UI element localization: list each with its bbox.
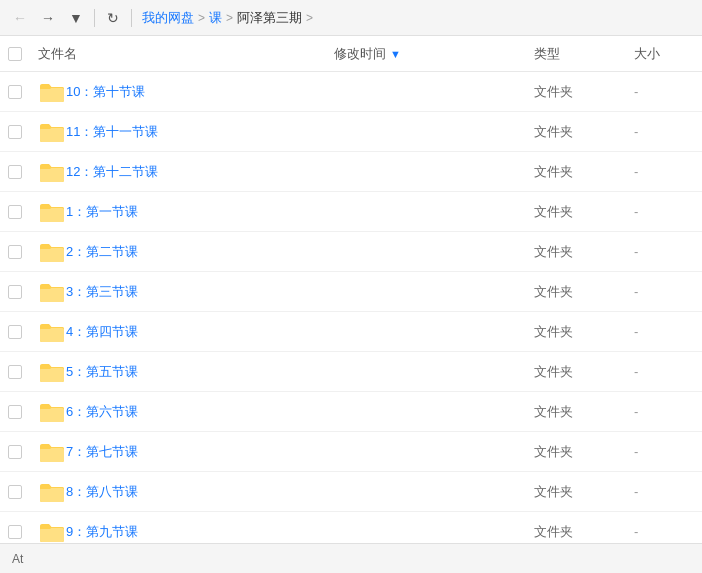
folder-icon xyxy=(38,161,66,183)
row-filename-link[interactable]: 6：第六节课 xyxy=(66,404,138,419)
row-checkbox[interactable] xyxy=(8,285,22,299)
table-header: 文件名 修改时间 ▼ 类型 大小 xyxy=(0,36,702,72)
folder-icon xyxy=(38,441,66,463)
row-filename-link[interactable]: 11：第十一节课 xyxy=(66,124,158,139)
row-type: 文件夹 xyxy=(534,203,634,221)
row-type: 文件夹 xyxy=(534,443,634,461)
row-filename-link[interactable]: 4：第四节课 xyxy=(66,324,138,339)
row-checkbox-col xyxy=(8,445,38,459)
header-modified[interactable]: 修改时间 ▼ xyxy=(334,45,534,63)
row-checkbox-col xyxy=(8,245,38,259)
row-type: 文件夹 xyxy=(534,123,634,141)
row-checkbox[interactable] xyxy=(8,485,22,499)
folder-icon xyxy=(38,81,66,103)
table-row[interactable]: 7：第七节课 文件夹 - xyxy=(0,432,702,472)
table-row[interactable]: 10：第十节课 文件夹 - xyxy=(0,72,702,112)
row-size: - xyxy=(634,324,694,339)
folder-icon xyxy=(38,481,66,503)
row-filename-link[interactable]: 2：第二节课 xyxy=(66,244,138,259)
row-checkbox-col xyxy=(8,205,38,219)
refresh-button[interactable]: ↻ xyxy=(101,6,125,30)
row-checkbox[interactable] xyxy=(8,165,22,179)
row-type: 文件夹 xyxy=(534,483,634,501)
table-row[interactable]: 1：第一节课 文件夹 - xyxy=(0,192,702,232)
table-row[interactable]: 12：第十二节课 文件夹 - xyxy=(0,152,702,192)
row-filename: 11：第十一节课 xyxy=(66,123,334,141)
row-name-cell: 2：第二节课 xyxy=(38,241,334,263)
row-checkbox[interactable] xyxy=(8,325,22,339)
row-filename-link[interactable]: 7：第七节课 xyxy=(66,444,138,459)
toolbar-separator2 xyxy=(131,9,132,27)
header-modified-label: 修改时间 xyxy=(334,45,386,63)
row-filename: 1：第一节课 xyxy=(66,203,334,221)
row-size: - xyxy=(634,84,694,99)
folder-icon xyxy=(38,121,66,143)
back-button[interactable]: ← xyxy=(8,6,32,30)
row-type: 文件夹 xyxy=(534,523,634,541)
row-checkbox[interactable] xyxy=(8,245,22,259)
table-row[interactable]: 5：第五节课 文件夹 - xyxy=(0,352,702,392)
row-filename-link[interactable]: 9：第九节课 xyxy=(66,524,138,539)
row-filename-link[interactable]: 12：第十二节课 xyxy=(66,164,158,179)
table-row[interactable]: 8：第八节课 文件夹 - xyxy=(0,472,702,512)
row-checkbox[interactable] xyxy=(8,85,22,99)
header-checkbox-col xyxy=(8,47,38,61)
row-filename: 7：第七节课 xyxy=(66,443,334,461)
breadcrumb-item-root[interactable]: 我的网盘 xyxy=(142,9,194,27)
row-type: 文件夹 xyxy=(534,363,634,381)
row-checkbox[interactable] xyxy=(8,205,22,219)
header-name: 文件名 xyxy=(38,45,334,63)
sort-icon: ▼ xyxy=(390,48,401,60)
header-size: 大小 xyxy=(634,45,694,63)
row-filename-link[interactable]: 5：第五节课 xyxy=(66,364,138,379)
folder-icon xyxy=(38,401,66,423)
toolbar-separator xyxy=(94,9,95,27)
row-name-cell: 10：第十节课 xyxy=(38,81,334,103)
row-filename: 5：第五节课 xyxy=(66,363,334,381)
row-size: - xyxy=(634,364,694,379)
row-checkbox-col xyxy=(8,485,38,499)
breadcrumb-item-current: 阿泽第三期 xyxy=(237,9,302,27)
row-checkbox[interactable] xyxy=(8,365,22,379)
folder-icon xyxy=(38,361,66,383)
row-filename-link[interactable]: 1：第一节课 xyxy=(66,204,138,219)
row-size: - xyxy=(634,404,694,419)
row-name-cell: 6：第六节课 xyxy=(38,401,334,423)
row-name-cell: 5：第五节课 xyxy=(38,361,334,383)
row-checkbox-col xyxy=(8,525,38,539)
row-checkbox[interactable] xyxy=(8,405,22,419)
row-name-cell: 4：第四节课 xyxy=(38,321,334,343)
row-name-cell: 12：第十二节课 xyxy=(38,161,334,183)
row-size: - xyxy=(634,284,694,299)
row-checkbox-col xyxy=(8,285,38,299)
table-row[interactable]: 3：第三节课 文件夹 - xyxy=(0,272,702,312)
row-checkbox[interactable] xyxy=(8,445,22,459)
dropdown-button[interactable]: ▼ xyxy=(64,6,88,30)
table-row[interactable]: 2：第二节课 文件夹 - xyxy=(0,232,702,272)
row-checkbox[interactable] xyxy=(8,525,22,539)
table-row[interactable]: 11：第十一节课 文件夹 - xyxy=(0,112,702,152)
table-row[interactable]: 6：第六节课 文件夹 - xyxy=(0,392,702,432)
table-row[interactable]: 4：第四节课 文件夹 - xyxy=(0,312,702,352)
row-size: - xyxy=(634,524,694,539)
file-table: 文件名 修改时间 ▼ 类型 大小 10：第十节课 xyxy=(0,36,702,552)
row-size: - xyxy=(634,204,694,219)
row-name-cell: 7：第七节课 xyxy=(38,441,334,463)
row-name-cell: 11：第十一节课 xyxy=(38,121,334,143)
row-filename-link[interactable]: 8：第八节课 xyxy=(66,484,138,499)
select-all-checkbox[interactable] xyxy=(8,47,22,61)
row-name-cell: 3：第三节课 xyxy=(38,281,334,303)
forward-button[interactable]: → xyxy=(36,6,60,30)
row-checkbox[interactable] xyxy=(8,125,22,139)
row-filename-link[interactable]: 10：第十节课 xyxy=(66,84,145,99)
row-filename: 12：第十二节课 xyxy=(66,163,334,181)
folder-icon xyxy=(38,241,66,263)
row-checkbox-col xyxy=(8,405,38,419)
file-rows-container: 10：第十节课 文件夹 - 11：第十一节课 xyxy=(0,72,702,552)
row-filename-link[interactable]: 3：第三节课 xyxy=(66,284,138,299)
status-text: At xyxy=(12,552,23,566)
row-type: 文件夹 xyxy=(534,83,634,101)
folder-icon xyxy=(38,321,66,343)
row-size: - xyxy=(634,164,694,179)
breadcrumb-item-course[interactable]: 课 xyxy=(209,9,222,27)
